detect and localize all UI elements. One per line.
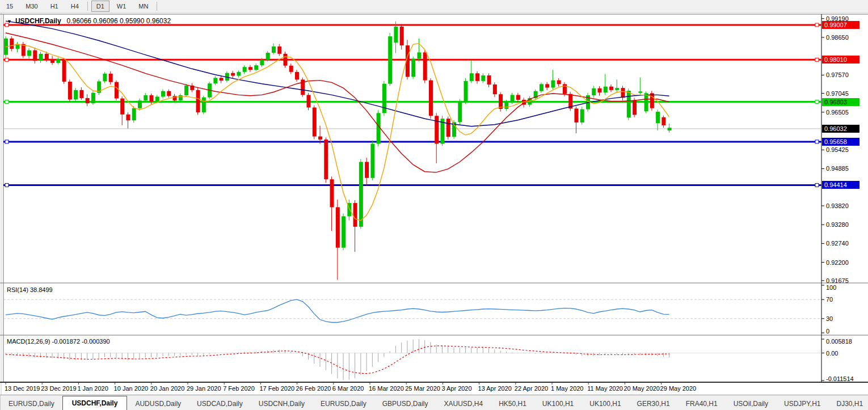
macd-tick-label: 0.00 bbox=[826, 350, 838, 357]
chart-tab-gbpusd[interactable]: GBPUSD,Daily bbox=[374, 398, 436, 410]
chart-tab-eurusd[interactable]: EURUSD,Daily bbox=[313, 398, 374, 410]
chart-tab-uk100[interactable]: UK100,H1 bbox=[534, 398, 582, 410]
price-tick-label: 0.97045 bbox=[826, 90, 849, 97]
rsi-tick-label: 0 bbox=[826, 328, 829, 335]
chart-tab-usdcad[interactable]: USDCAD,Daily bbox=[189, 398, 251, 410]
chart-tab-dj30[interactable]: DJ30,H1 bbox=[829, 398, 868, 410]
date-tick-label: 22 Apr 2020 bbox=[515, 385, 548, 392]
chart-tab-usdchf[interactable]: USDCHF,Daily bbox=[62, 396, 128, 410]
date-tick-label: 7 Feb 2020 bbox=[223, 385, 255, 392]
rsi-tick-label: 100 bbox=[826, 284, 836, 291]
price-tick-label: 0.98650 bbox=[826, 34, 849, 41]
rsi-indicator-label: RSI(14) 38.8499 bbox=[7, 286, 53, 293]
trading-terminal-window: { "toolbar": { "timeframes": [ {"label":… bbox=[0, 0, 868, 410]
toolbar-separator bbox=[157, 2, 157, 11]
price-tick-label: 0.94885 bbox=[826, 165, 849, 172]
chart-tab-bar: EURUSD,DailyUSDCHF,DailyAUDUSD,DailyUSDC… bbox=[0, 395, 868, 410]
chart-tab-ger30[interactable]: GER30,H1 bbox=[629, 398, 678, 410]
rsi-tick-label: 70 bbox=[826, 296, 833, 303]
date-tick-label: 3 Apr 2020 bbox=[441, 385, 471, 392]
date-tick-label: 23 Dec 2019 bbox=[41, 385, 76, 392]
timeframe-button-d1[interactable]: D1 bbox=[91, 1, 109, 12]
toolbar-separator bbox=[87, 2, 88, 11]
chart-tab-uk100[interactable]: UK100,H1 bbox=[582, 398, 629, 410]
date-tick-label: 26 Feb 2020 bbox=[296, 385, 331, 392]
date-tick-label: 29 May 2020 bbox=[660, 385, 697, 392]
macd-tick-label: -0.011514 bbox=[826, 375, 854, 382]
symbol-dropdown-icon[interactable]: ▼ bbox=[7, 19, 12, 24]
price-level-badge: 0.95658 bbox=[822, 138, 859, 146]
timeframe-toolbar: 15M30H1H4D1W1MN bbox=[0, 0, 868, 13]
chart-tab-eurusd[interactable]: EURUSD,Daily bbox=[1, 398, 62, 410]
chart-tab-audusd[interactable]: AUDUSD,Daily bbox=[127, 398, 189, 410]
timeframe-button-h1[interactable]: H1 bbox=[45, 1, 64, 12]
price-tick-label: 0.92200 bbox=[826, 259, 849, 266]
chart-canvas[interactable] bbox=[0, 0, 868, 410]
timeframe-button-w1[interactable]: W1 bbox=[112, 1, 132, 12]
date-tick-label: 13 Dec 2019 bbox=[5, 385, 40, 392]
chart-tab-xauusd[interactable]: XAUUSD,H4 bbox=[436, 398, 491, 410]
date-tick-label: 1 May 2020 bbox=[551, 385, 583, 392]
chart-tab-usoil[interactable]: USOil,Daily bbox=[726, 398, 776, 410]
timeframe-button-15[interactable]: 15 bbox=[1, 1, 18, 12]
price-level-badge: 0.96803 bbox=[822, 98, 859, 106]
date-tick-label: 10 Jan 2020 bbox=[114, 385, 149, 392]
price-tick-label: 0.97570 bbox=[826, 71, 849, 78]
price-level-badge: 0.94414 bbox=[822, 181, 859, 189]
rsi-tick-label: 30 bbox=[826, 315, 833, 322]
chart-tab-fra40[interactable]: FRA40,H1 bbox=[678, 398, 726, 410]
date-tick-label: 20 Jan 2020 bbox=[150, 385, 185, 392]
macd-tick-label: 0.005818 bbox=[826, 338, 852, 345]
date-tick-label: 29 Jan 2020 bbox=[187, 385, 221, 392]
date-tick-label: 20 May 2020 bbox=[623, 385, 660, 392]
date-tick-label: 16 Mar 2020 bbox=[369, 385, 404, 392]
price-tick-label: 0.92740 bbox=[826, 240, 849, 247]
timeframe-button-mn[interactable]: MN bbox=[133, 1, 153, 12]
current-price-badge: 0.96032 bbox=[822, 125, 859, 133]
date-tick-label: 25 Mar 2020 bbox=[405, 385, 440, 392]
chart-tab-usdjpy[interactable]: USDJPY,H1 bbox=[776, 398, 828, 410]
price-level-badge: 0.99007 bbox=[822, 21, 859, 29]
price-tick-label: 0.96505 bbox=[826, 109, 849, 116]
date-tick-label: 11 May 2020 bbox=[587, 385, 623, 392]
chart-symbol: USDCHF,Daily bbox=[15, 17, 61, 25]
price-tick-label: 0.95425 bbox=[826, 146, 849, 153]
date-tick-label: 1 Jan 2020 bbox=[77, 385, 108, 392]
timeframe-button-m30[interactable]: M30 bbox=[20, 1, 43, 12]
price-tick-label: 0.91675 bbox=[826, 277, 849, 284]
chart-ohlc-values: 0.96066 0.96096 0.95990 0.96032 bbox=[67, 17, 171, 25]
timeframe-button-h4[interactable]: H4 bbox=[66, 1, 84, 12]
macd-indicator-label: MACD(12,26,9) -0.001872 -0.000390 bbox=[7, 338, 110, 345]
date-tick-label: 13 Apr 2020 bbox=[478, 385, 512, 392]
date-tick-label: 6 Mar 2020 bbox=[332, 385, 364, 392]
chart-tab-hk50[interactable]: HK50,H1 bbox=[491, 398, 534, 410]
price-level-badge: 0.98010 bbox=[822, 56, 859, 64]
price-tick-label: 0.93820 bbox=[826, 202, 849, 209]
chart-tab-usdcnh[interactable]: USDCNH,Daily bbox=[251, 398, 313, 410]
date-tick-label: 17 Feb 2020 bbox=[259, 385, 294, 392]
price-tick-label: 0.93280 bbox=[826, 221, 849, 228]
chart-title: ▼USDCHF,Daily0.96066 0.96096 0.95990 0.9… bbox=[7, 17, 171, 25]
